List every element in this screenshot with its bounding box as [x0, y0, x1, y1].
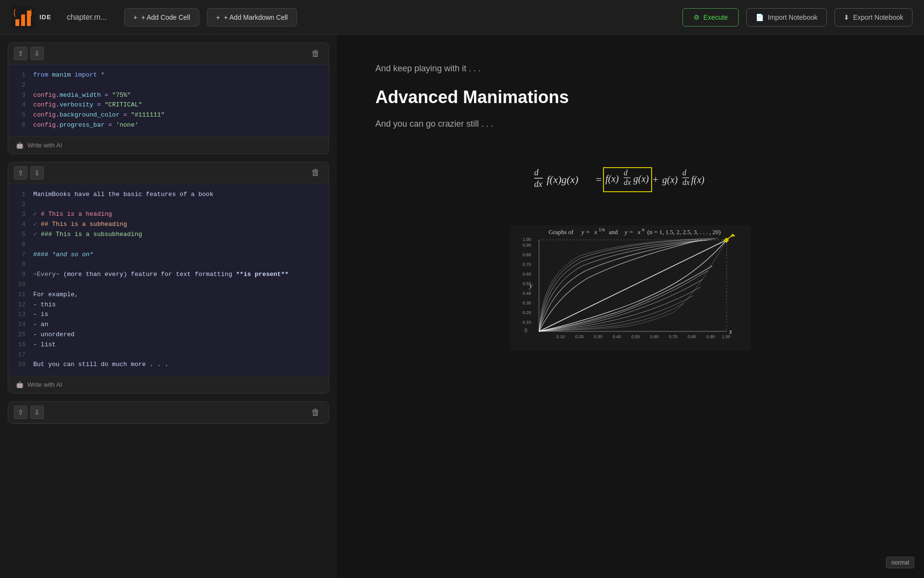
- cell-1-code-area[interactable]: 1 from manim import * 2 3 config.media_w…: [8, 65, 329, 136]
- rp-text: And you can go crazier still . . .: [375, 119, 886, 129]
- export-notebook-button[interactable]: ⬇ Export Notebook: [834, 8, 912, 26]
- rp-subtitle: And keep playing with it . . .: [375, 64, 886, 74]
- export-label: Export Notebook: [853, 13, 903, 21]
- code-line: 3 ✓ # This is a heading: [16, 210, 321, 220]
- svg-text:0.90: 0.90: [706, 334, 715, 339]
- add-markdown-cell-label: + Add Markdown Cell: [224, 13, 288, 21]
- svg-text:0.40: 0.40: [523, 291, 531, 296]
- code-line: 16 - list: [16, 340, 321, 350]
- svg-text:+: +: [653, 173, 658, 185]
- svg-text:0.80: 0.80: [688, 334, 696, 339]
- execute-button[interactable]: ⚙ Execute: [682, 8, 739, 26]
- svg-text:}: }: [29, 8, 33, 17]
- svg-text:0.50: 0.50: [523, 281, 531, 286]
- left-panel: ⇧ ⇩ 🗑 1 from manim import * 2 3 config.m…: [0, 35, 337, 578]
- svg-text:0.70: 0.70: [523, 262, 531, 267]
- svg-text:0.40: 0.40: [613, 334, 621, 339]
- graph-area: Graphs of y = x 1/n and y = x n (n = 1, …: [375, 225, 886, 351]
- add-markdown-cell-button[interactable]: + + Add Markdown Cell: [207, 8, 297, 26]
- svg-text:0.20: 0.20: [523, 310, 531, 315]
- svg-text:=: =: [629, 228, 633, 236]
- svg-text:0: 0: [525, 328, 527, 333]
- svg-text:dx: dx: [682, 178, 690, 186]
- code-line: 10: [16, 280, 321, 290]
- cell-2-header: ⇧ ⇩ 🗑: [8, 162, 329, 184]
- import-notebook-button[interactable]: 📄 Import Notebook: [746, 8, 827, 26]
- main-layout: ⇧ ⇩ 🗑 1 from manim import * 2 3 config.m…: [0, 35, 924, 578]
- code-line: 12 - this: [16, 300, 321, 310]
- svg-text:dx: dx: [534, 179, 542, 189]
- code-line: 6 config.progress_bar = 'none': [16, 120, 321, 131]
- svg-text:y: y: [624, 228, 628, 236]
- code-line: 2: [16, 80, 321, 91]
- export-icon: ⬇: [844, 13, 849, 21]
- cell-2-code-area[interactable]: 1 ManimBooks have all the basic features…: [8, 184, 329, 376]
- cell-2-up-button[interactable]: ⇧: [14, 166, 27, 180]
- svg-rect-1: [15, 19, 19, 26]
- code-line: 9 ~Every~ (more than every) feature for …: [16, 270, 321, 280]
- cell-1-delete-button[interactable]: 🗑: [308, 48, 323, 60]
- svg-text:=: =: [586, 228, 590, 236]
- svg-text:g(x): g(x): [633, 173, 649, 184]
- code-line: 14 - an: [16, 320, 321, 330]
- code-line: 5 ✓ ### This is a subsubheading: [16, 230, 321, 240]
- cell-3-up-button[interactable]: ⇧: [14, 406, 27, 419]
- svg-text:0.30: 0.30: [523, 301, 531, 305]
- cell-3-delete-button[interactable]: 🗑: [308, 407, 323, 419]
- svg-text:0.70: 0.70: [669, 334, 678, 339]
- topnav: { } IDE chapter.m... + + Add Code Cell +…: [0, 0, 924, 35]
- svg-text:0.90: 0.90: [523, 243, 531, 248]
- code-line: 1 ManimBooks have all the basic features…: [16, 190, 321, 200]
- logo-text: IDE: [39, 13, 51, 21]
- add-code-cell-button[interactable]: + + Add Code Cell: [124, 8, 199, 26]
- svg-text:and: and: [609, 228, 618, 236]
- write-ai-button-1[interactable]: 🤖 Write with AI: [8, 136, 329, 154]
- ai-icon-1: 🤖: [16, 142, 24, 149]
- svg-text:f(x)g(x): f(x)g(x): [547, 173, 578, 185]
- svg-text:d: d: [682, 169, 687, 177]
- execute-label: Execute: [704, 13, 728, 21]
- svg-text:1.00: 1.00: [523, 237, 531, 242]
- cell-1-controls: ⇧ ⇩: [14, 47, 44, 60]
- cell-2-down-button[interactable]: ⇩: [30, 166, 44, 180]
- write-ai-button-2[interactable]: 🤖 Write with AI: [8, 376, 329, 393]
- logo-area: { } IDE: [12, 6, 51, 29]
- svg-text:y: y: [580, 228, 584, 236]
- code-line: 2: [16, 200, 321, 210]
- svg-text:x: x: [594, 228, 597, 236]
- code-line: 15 - unordered: [16, 330, 321, 340]
- svg-text:1.00: 1.00: [722, 334, 731, 339]
- import-icon: 📄: [756, 13, 764, 21]
- cell-1-up-button[interactable]: ⇧: [14, 47, 27, 60]
- svg-text:1/n: 1/n: [599, 227, 605, 232]
- svg-rect-23: [510, 225, 751, 351]
- svg-text:0.10: 0.10: [556, 334, 565, 339]
- code-line: 11 For example,: [16, 290, 321, 300]
- svg-text:f(x): f(x): [691, 174, 705, 185]
- code-cell-1: ⇧ ⇩ 🗑 1 from manim import * 2 3 config.m…: [8, 42, 329, 154]
- svg-text:d: d: [534, 168, 539, 177]
- code-line: 4 ✓ ## This is a subheading: [16, 220, 321, 230]
- code-line: 6: [16, 240, 321, 250]
- formula-area: d dx f(x)g(x) = f(x) d dx g(x) + g(x) d …: [375, 158, 886, 197]
- cell-3-down-button[interactable]: ⇩: [30, 406, 44, 419]
- cell-1-down-button[interactable]: ⇩: [30, 47, 44, 60]
- plus-icon: +: [133, 13, 137, 21]
- svg-text:0.10: 0.10: [523, 320, 531, 325]
- svg-text:f(x): f(x): [605, 173, 619, 184]
- svg-text:n: n: [642, 227, 644, 232]
- ai-icon-2: 🤖: [16, 381, 24, 388]
- cell-1-header: ⇧ ⇩ 🗑: [8, 43, 329, 65]
- code-line: 5 config.background_color = "#111111": [16, 110, 321, 120]
- svg-rect-2: [21, 14, 25, 26]
- cell-3-header: ⇧ ⇩ 🗑: [8, 402, 329, 423]
- import-label: Import Notebook: [768, 13, 818, 21]
- svg-text:Graphs of: Graphs of: [549, 228, 574, 236]
- plus-icon-2: +: [216, 13, 220, 21]
- code-line: 4 config.verbosity = "CRITICAL": [16, 100, 321, 110]
- write-ai-label-1: Write with AI: [27, 142, 62, 149]
- svg-text:0.60: 0.60: [523, 272, 531, 276]
- code-line: 13 - is: [16, 310, 321, 320]
- svg-text:dx: dx: [624, 178, 631, 186]
- cell-2-delete-button[interactable]: 🗑: [308, 167, 323, 179]
